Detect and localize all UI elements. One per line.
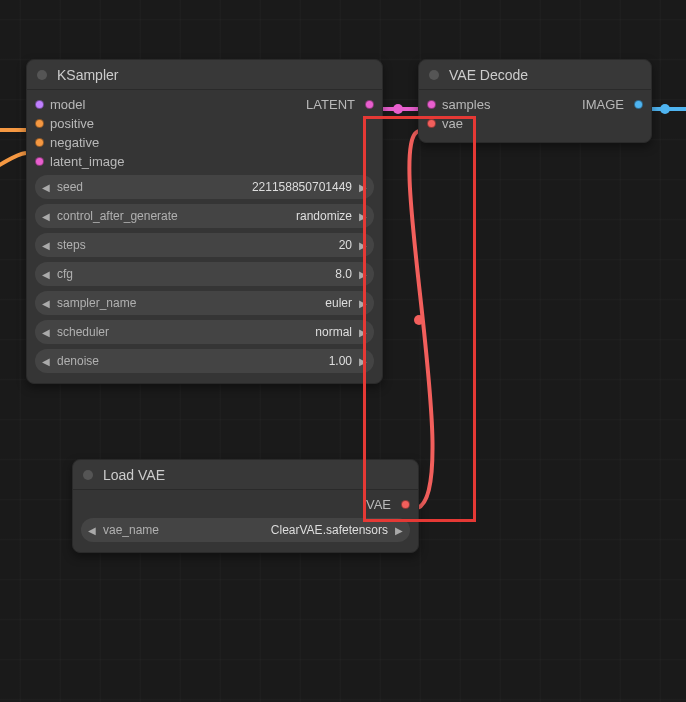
negative-label: negative xyxy=(50,135,99,150)
arrow-right-icon[interactable]: ▶ xyxy=(358,182,368,193)
denoise-key: denoise xyxy=(57,354,99,368)
vae-input-label: vae xyxy=(442,116,463,131)
scheduler-key: scheduler xyxy=(57,325,109,339)
latent-output-label: LATENT xyxy=(306,97,355,112)
seed-widget[interactable]: ◀ seed 221158850701449 ▶ xyxy=(35,175,374,199)
vae-decode-header[interactable]: VAE Decode xyxy=(419,60,651,90)
model-label: model xyxy=(50,97,85,112)
sampler-name-widget[interactable]: ◀ sampler_name euler ▶ xyxy=(35,291,374,315)
control-after-generate-widget[interactable]: ◀ control_after_generate randomize ▶ xyxy=(35,204,374,228)
arrow-left-icon[interactable]: ◀ xyxy=(41,298,51,309)
image-port[interactable] xyxy=(634,100,643,109)
latent-image-port[interactable] xyxy=(35,157,44,166)
vae-output-port[interactable] xyxy=(401,500,410,509)
svg-point-2 xyxy=(393,104,403,114)
load-vae-header[interactable]: Load VAE xyxy=(73,460,418,490)
cag-value: randomize xyxy=(184,209,352,223)
positive-label: positive xyxy=(50,116,94,131)
ksampler-row-negative: negative xyxy=(35,134,374,151)
arrow-right-icon[interactable]: ▶ xyxy=(358,298,368,309)
arrow-left-icon[interactable]: ◀ xyxy=(41,327,51,338)
vae-decode-row-samples-image: samples IMAGE xyxy=(427,96,643,113)
seed-value: 221158850701449 xyxy=(89,180,352,194)
steps-key: steps xyxy=(57,238,86,252)
load-vae-title: Load VAE xyxy=(103,467,165,483)
samples-port[interactable] xyxy=(427,100,436,109)
arrow-right-icon[interactable]: ▶ xyxy=(394,525,404,536)
ksampler-row-model-latent: model LATENT xyxy=(35,96,374,113)
collapse-dot[interactable] xyxy=(37,70,47,80)
sampler-name-value: euler xyxy=(142,296,352,310)
load-vae-node[interactable]: Load VAE VAE ◀ vae_name ClearVAE.safeten… xyxy=(72,459,419,553)
vae-name-value: ClearVAE.safetensors xyxy=(165,523,388,537)
arrow-right-icon[interactable]: ▶ xyxy=(358,327,368,338)
latent-port[interactable] xyxy=(365,100,374,109)
ksampler-row-latent-image: latent_image xyxy=(35,153,374,170)
vae-name-widget[interactable]: ◀ vae_name ClearVAE.safetensors ▶ xyxy=(81,518,410,542)
arrow-left-icon[interactable]: ◀ xyxy=(41,240,51,251)
arrow-right-icon[interactable]: ▶ xyxy=(358,269,368,280)
cfg-value: 8.0 xyxy=(79,267,352,281)
ksampler-node[interactable]: KSampler model LATENT positive negative … xyxy=(26,59,383,384)
arrow-right-icon[interactable]: ▶ xyxy=(358,240,368,251)
positive-port[interactable] xyxy=(35,119,44,128)
cfg-key: cfg xyxy=(57,267,73,281)
ksampler-title: KSampler xyxy=(57,67,118,83)
sampler-name-key: sampler_name xyxy=(57,296,136,310)
steps-widget[interactable]: ◀ steps 20 ▶ xyxy=(35,233,374,257)
vae-name-key: vae_name xyxy=(103,523,159,537)
denoise-widget[interactable]: ◀ denoise 1.00 ▶ xyxy=(35,349,374,373)
steps-value: 20 xyxy=(92,238,352,252)
negative-port[interactable] xyxy=(35,138,44,147)
scheduler-widget[interactable]: ◀ scheduler normal ▶ xyxy=(35,320,374,344)
arrow-left-icon[interactable]: ◀ xyxy=(41,356,51,367)
arrow-right-icon[interactable]: ▶ xyxy=(358,356,368,367)
ksampler-row-positive: positive xyxy=(35,115,374,132)
denoise-value: 1.00 xyxy=(105,354,352,368)
arrow-left-icon[interactable]: ◀ xyxy=(41,269,51,280)
load-vae-output-row: VAE xyxy=(81,496,410,513)
svg-point-0 xyxy=(414,315,424,325)
cfg-widget[interactable]: ◀ cfg 8.0 ▶ xyxy=(35,262,374,286)
ksampler-header[interactable]: KSampler xyxy=(27,60,382,90)
image-output-label: IMAGE xyxy=(582,97,624,112)
arrow-right-icon[interactable]: ▶ xyxy=(358,211,368,222)
collapse-dot[interactable] xyxy=(83,470,93,480)
collapse-dot[interactable] xyxy=(429,70,439,80)
samples-label: samples xyxy=(442,97,490,112)
arrow-left-icon[interactable]: ◀ xyxy=(41,211,51,222)
arrow-left-icon[interactable]: ◀ xyxy=(87,525,97,536)
vae-output-label: VAE xyxy=(366,497,391,512)
latent-image-label: latent_image xyxy=(50,154,124,169)
scheduler-value: normal xyxy=(115,325,352,339)
svg-point-1 xyxy=(660,104,670,114)
arrow-left-icon[interactable]: ◀ xyxy=(41,182,51,193)
vae-input-port[interactable] xyxy=(427,119,436,128)
vae-decode-node[interactable]: VAE Decode samples IMAGE vae xyxy=(418,59,652,143)
vae-decode-row-vae: vae xyxy=(427,115,643,132)
vae-decode-title: VAE Decode xyxy=(449,67,528,83)
cag-key: control_after_generate xyxy=(57,209,178,223)
seed-key: seed xyxy=(57,180,83,194)
model-port[interactable] xyxy=(35,100,44,109)
